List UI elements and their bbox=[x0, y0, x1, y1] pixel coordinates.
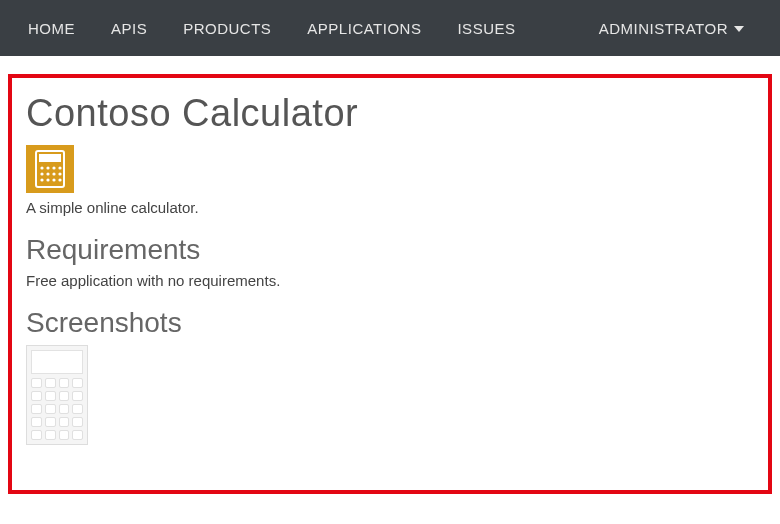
screenshot-thumbnail[interactable] bbox=[26, 345, 88, 445]
svg-point-12 bbox=[52, 178, 55, 181]
svg-point-6 bbox=[40, 172, 43, 175]
svg-point-5 bbox=[58, 166, 61, 169]
calculator-icon bbox=[35, 150, 65, 188]
top-nav-left: HOME APIS PRODUCTS APPLICATIONS ISSUES bbox=[18, 2, 533, 55]
app-icon-badge bbox=[26, 145, 74, 193]
nav-item-products[interactable]: PRODUCTS bbox=[165, 2, 289, 55]
svg-point-7 bbox=[46, 172, 49, 175]
app-description: A simple online calculator. bbox=[26, 199, 754, 216]
svg-point-8 bbox=[52, 172, 55, 175]
svg-point-9 bbox=[58, 172, 61, 175]
screenshots-heading: Screenshots bbox=[26, 307, 754, 339]
svg-rect-1 bbox=[39, 154, 61, 162]
svg-point-13 bbox=[58, 178, 61, 181]
nav-item-administrator[interactable]: ADMINISTRATOR bbox=[589, 2, 762, 55]
requirements-heading: Requirements bbox=[26, 234, 754, 266]
admin-label: ADMINISTRATOR bbox=[599, 20, 728, 37]
calculator-thumbnail-keypad bbox=[31, 378, 83, 440]
nav-item-applications[interactable]: APPLICATIONS bbox=[289, 2, 439, 55]
nav-item-issues[interactable]: ISSUES bbox=[439, 2, 533, 55]
svg-point-4 bbox=[52, 166, 55, 169]
top-nav: HOME APIS PRODUCTS APPLICATIONS ISSUES A… bbox=[0, 0, 780, 56]
svg-point-10 bbox=[40, 178, 43, 181]
svg-point-11 bbox=[46, 178, 49, 181]
app-title: Contoso Calculator bbox=[26, 92, 754, 135]
requirements-text: Free application with no requirements. bbox=[26, 272, 754, 289]
calculator-thumbnail-display bbox=[31, 350, 83, 374]
page-area: Contoso Calculator A simple online calcu… bbox=[0, 56, 780, 502]
svg-point-2 bbox=[40, 166, 43, 169]
top-nav-right: ADMINISTRATOR bbox=[589, 2, 762, 55]
nav-item-home[interactable]: HOME bbox=[18, 2, 93, 55]
nav-item-apis[interactable]: APIS bbox=[93, 2, 165, 55]
app-detail-panel: Contoso Calculator A simple online calcu… bbox=[8, 74, 772, 494]
svg-point-3 bbox=[46, 166, 49, 169]
chevron-down-icon bbox=[734, 26, 744, 32]
